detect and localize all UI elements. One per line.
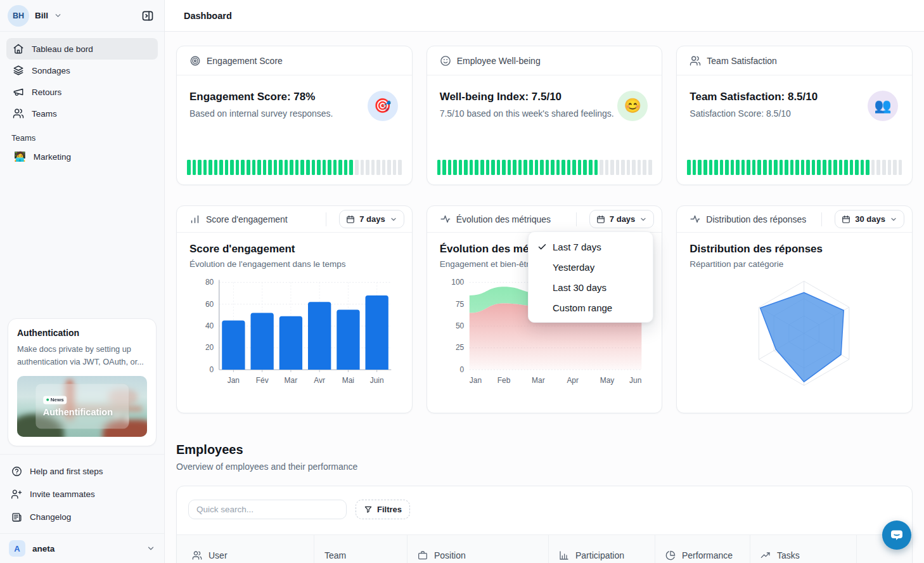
sidebar-team-marketing[interactable]: 🧑‍💻 Marketing bbox=[6, 146, 158, 167]
users-icon bbox=[13, 108, 24, 119]
smile-emoji-badge: 😊 bbox=[617, 91, 648, 121]
svg-text:Avr: Avr bbox=[314, 376, 325, 385]
chart-subtitle: Évolution de l'engagement dans le temps bbox=[189, 259, 399, 269]
card-header-label: Évolution des métriques bbox=[456, 214, 551, 224]
column-label: Tasks bbox=[777, 550, 800, 560]
sidebar-item-label: Retours bbox=[32, 87, 61, 97]
funnel-icon bbox=[364, 505, 373, 514]
range-select-button[interactable]: 7 days bbox=[589, 210, 654, 228]
sidebar-item-teams[interactable]: Teams bbox=[6, 103, 158, 124]
column-header-participation[interactable]: Participation bbox=[549, 535, 655, 563]
pie-chart-icon bbox=[665, 550, 676, 560]
sidebar-item-label: Tableau de bord bbox=[32, 44, 93, 54]
chevron-down-icon bbox=[639, 216, 647, 223]
card-header: Score d'engagement 7 days bbox=[177, 206, 412, 233]
stats-row: Engagement Score Engagement Score: 78% B… bbox=[176, 46, 913, 185]
radar-chart bbox=[690, 274, 899, 398]
home-icon bbox=[13, 43, 24, 55]
smiley-icon bbox=[440, 55, 451, 67]
menu-item-label: Custom range bbox=[553, 302, 612, 313]
activity-icon bbox=[690, 214, 700, 224]
svg-text:100: 100 bbox=[451, 278, 464, 287]
column-label: Team bbox=[324, 550, 346, 560]
svg-text:0: 0 bbox=[210, 365, 214, 374]
menu-item-last-30-days[interactable]: Last 30 days bbox=[529, 277, 653, 297]
range-select-button[interactable]: 7 days bbox=[339, 210, 404, 228]
card-header: Team Satisfaction bbox=[677, 46, 912, 75]
check-icon bbox=[537, 242, 553, 252]
promo-image: News Authentification bbox=[17, 376, 147, 437]
column-header-team[interactable]: Team bbox=[314, 535, 407, 563]
svg-text:Mar: Mar bbox=[532, 376, 545, 385]
green-dot-icon bbox=[46, 399, 49, 401]
promo-image-title: Authentification bbox=[43, 407, 122, 417]
satisfaction-progress-bar bbox=[687, 160, 902, 175]
svg-text:Fév: Fév bbox=[256, 376, 269, 385]
calendar-icon bbox=[346, 215, 355, 224]
changelog-icon bbox=[11, 512, 22, 522]
promo-body: Make docs private by setting up authenti… bbox=[17, 343, 147, 368]
employees-table-card: Filtres User Team Position bbox=[176, 486, 913, 563]
range-select-button[interactable]: 30 days bbox=[835, 210, 904, 228]
engagement-progress-bar bbox=[187, 160, 402, 175]
promo-title: Authentication bbox=[17, 328, 147, 338]
bar-chart-icon bbox=[189, 214, 200, 224]
menu-item-custom-range[interactable]: Custom range bbox=[529, 297, 653, 318]
busts-emoji-badge: 👥 bbox=[868, 91, 898, 121]
range-label: 7 days bbox=[359, 214, 385, 224]
card-header: Employee Well-being bbox=[427, 46, 662, 75]
chevron-down-icon bbox=[146, 544, 155, 553]
sidebar-user-row[interactable]: BH Bill bbox=[0, 0, 164, 32]
sidebar-footer: Help and first steps Invite teammates Ch… bbox=[0, 454, 164, 533]
sidebar-item-invite[interactable]: Invite teammates bbox=[8, 482, 157, 505]
workspace-switcher[interactable]: A aneta bbox=[0, 533, 164, 563]
column-header-position[interactable]: Position bbox=[407, 535, 549, 563]
top-bar: Dashboard bbox=[165, 0, 924, 32]
sidebar-collapse-button[interactable] bbox=[139, 7, 157, 25]
card-header-label: Distribution des réponses bbox=[706, 214, 806, 224]
svg-text:0: 0 bbox=[459, 365, 464, 374]
column-header-user[interactable]: User bbox=[177, 535, 314, 563]
sidebar-item-label: Sondages bbox=[32, 66, 70, 75]
chat-launcher-button[interactable] bbox=[882, 521, 911, 550]
card-header: Évolution des métriques 7 days bbox=[427, 206, 662, 233]
calendar-icon bbox=[596, 215, 605, 224]
sidebar-item-help[interactable]: Help and first steps bbox=[8, 460, 157, 482]
chevron-down-icon bbox=[54, 11, 62, 20]
bar-chart-icon bbox=[559, 550, 569, 560]
avatar: BH bbox=[8, 5, 29, 27]
column-header-performance[interactable]: Performance bbox=[655, 535, 750, 563]
activity-icon bbox=[440, 214, 451, 224]
chat-bubble-icon bbox=[889, 527, 904, 543]
filters-button[interactable]: Filtres bbox=[356, 500, 410, 519]
search-input[interactable] bbox=[188, 500, 347, 519]
footer-item-label: Changelog bbox=[30, 512, 71, 522]
sidebar-item-retours[interactable]: Retours bbox=[6, 81, 158, 103]
authentication-promo-card[interactable]: Authentication Make docs private by sett… bbox=[8, 318, 157, 446]
divider bbox=[576, 212, 577, 226]
user-plus-icon bbox=[11, 489, 22, 500]
column-label: Participation bbox=[575, 550, 624, 560]
svg-text:20: 20 bbox=[205, 343, 214, 352]
workspace-name: aneta bbox=[32, 544, 55, 553]
menu-item-yesterday[interactable]: Yesterday bbox=[529, 257, 653, 277]
svg-text:25: 25 bbox=[456, 343, 465, 352]
sidebar-item-changelog[interactable]: Changelog bbox=[8, 505, 157, 528]
filters-label: Filtres bbox=[377, 505, 402, 514]
card-header: Distribution des réponses 30 days bbox=[677, 206, 912, 233]
wellbeing-progress-bar bbox=[437, 160, 652, 175]
chart-body: Score d'engagement Évolution de l'engage… bbox=[177, 233, 412, 398]
range-dropdown-menu: Last 7 days Yesterday Last 30 days Custo… bbox=[528, 231, 653, 323]
svg-text:80: 80 bbox=[205, 278, 214, 287]
calendar-icon bbox=[842, 215, 850, 224]
sidebar-item-tableau-de-bord[interactable]: Tableau de bord bbox=[6, 38, 158, 60]
card-header-label: Score d'engagement bbox=[206, 214, 288, 224]
sidebar-item-sondages[interactable]: Sondages bbox=[6, 60, 158, 81]
svg-text:Apr: Apr bbox=[567, 376, 579, 385]
sidebar-item-label: Teams bbox=[32, 109, 57, 119]
menu-item-last-7-days[interactable]: Last 7 days bbox=[529, 236, 653, 257]
briefcase-icon bbox=[418, 550, 428, 560]
column-header-tasks[interactable]: Tasks bbox=[750, 535, 857, 563]
svg-text:Juin: Juin bbox=[370, 376, 384, 385]
menu-item-label: Yesterday bbox=[553, 262, 594, 273]
